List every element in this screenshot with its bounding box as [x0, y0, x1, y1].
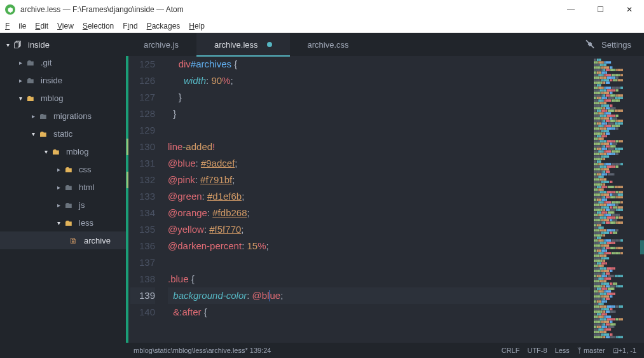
- line-gutter[interactable]: 1251261271281291301311321331341351361371…: [128, 56, 161, 343]
- app-icon: ⬢: [5, 4, 15, 15]
- line-number[interactable]: 128: [130, 106, 155, 122]
- folder-icon: 🖿: [50, 147, 61, 156]
- line-number[interactable]: 133: [130, 188, 155, 205]
- code-line[interactable]: @green: #d1ef6b;: [168, 188, 590, 205]
- status-language[interactable]: Less: [555, 347, 570, 354]
- line-number[interactable]: 135: [130, 221, 155, 238]
- code-line[interactable]: @pink: #f791bf;: [168, 172, 590, 188]
- status-diff[interactable]: ⊡+1, -1: [613, 347, 636, 355]
- menu-packages[interactable]: Packages: [147, 22, 181, 31]
- tab-archive-js[interactable]: archive.js: [126, 33, 196, 56]
- code-line[interactable]: [168, 254, 590, 271]
- status-encoding[interactable]: UTF-8: [527, 347, 547, 354]
- folder-icon: 🖿: [37, 111, 48, 121]
- menu-find[interactable]: Find: [123, 22, 137, 31]
- menu-file[interactable]: File: [5, 22, 26, 31]
- status-eol[interactable]: CRLF: [502, 347, 520, 354]
- code-line[interactable]: width: 90%;: [168, 72, 590, 89]
- tree-item-js[interactable]: ▸🖿js: [0, 196, 126, 214]
- tab-archive-less[interactable]: archive.less: [196, 33, 290, 56]
- menu-selection[interactable]: Selection: [83, 22, 114, 31]
- line-number[interactable]: 136: [130, 238, 155, 254]
- window-titlebar: ⬢ archive.less — F:\Frames\django\inside…: [0, 0, 644, 19]
- line-number[interactable]: 138: [130, 271, 155, 287]
- tab-archive-css[interactable]: archive.css: [290, 33, 367, 56]
- tree-item-.git[interactable]: ▸🖿.git: [0, 53, 126, 71]
- status-path[interactable]: mblog\static\mblog\less\archive.less* 13…: [134, 347, 271, 354]
- folder-icon: 🖿: [62, 165, 74, 174]
- tree-root-label: inside: [28, 40, 50, 50]
- code-line[interactable]: .blue {: [168, 271, 590, 287]
- line-number[interactable]: 126: [130, 72, 155, 89]
- line-number[interactable]: 139: [130, 287, 155, 304]
- code-line[interactable]: div#archives {: [168, 56, 590, 72]
- tree-item-label: mblog: [41, 93, 63, 103]
- editor-tabs: archive.jsarchive.lessarchive.css Settin…: [126, 33, 644, 56]
- status-branch[interactable]: ᛘ master: [577, 347, 605, 354]
- line-number[interactable]: 130: [130, 139, 155, 155]
- tree-item-inside[interactable]: ▸🖿inside: [0, 71, 126, 89]
- settings-label: Settings: [601, 40, 631, 50]
- folder-icon: 🖿: [62, 218, 74, 228]
- code-line[interactable]: @yellow: #f5f770;: [168, 221, 590, 238]
- tree-item-migrations[interactable]: ▸🖿migrations: [0, 107, 126, 125]
- window-close[interactable]: ✕: [615, 0, 644, 19]
- code-text[interactable]: div#archives { width: 90%; } }line-added…: [161, 56, 590, 343]
- code-line[interactable]: }: [168, 106, 590, 122]
- folder-icon: 🖿: [24, 76, 36, 85]
- folder-icon: 🖿: [62, 182, 74, 192]
- tree-item-mblog[interactable]: ▾🖿mblog: [0, 89, 126, 107]
- code-line[interactable]: [168, 122, 590, 139]
- menu-view[interactable]: View: [57, 22, 74, 31]
- line-number[interactable]: 129: [130, 122, 155, 139]
- tab-label: archive.css: [308, 40, 349, 50]
- file-icon: 🗎: [67, 236, 79, 245]
- project-tree[interactable]: ▾🗍 inside ▸🖿.git▸🖿inside▾🖿mblog▸🖿migrati…: [0, 33, 126, 358]
- line-number[interactable]: 140: [130, 304, 155, 320]
- status-bar: mblog\static\mblog\less\archive.less* 13…: [126, 343, 644, 358]
- code-line[interactable]: @orange: #fdb268;: [168, 205, 590, 221]
- line-number[interactable]: 131: [130, 155, 155, 172]
- tab-settings[interactable]: Settings: [572, 33, 644, 56]
- tree-item-html[interactable]: ▸🖿html: [0, 178, 126, 196]
- tree-item-label: .git: [41, 58, 51, 67]
- folder-icon: 🖿: [62, 200, 74, 210]
- code-line[interactable]: background-color: @blue;: [168, 287, 590, 304]
- tree-item-static[interactable]: ▾🖿static: [0, 125, 126, 142]
- folder-icon: 🖿: [24, 58, 36, 67]
- minimap[interactable]: ██ ███ ███ ████ █████ ████ █████ █████ █…: [590, 56, 644, 343]
- line-number[interactable]: 134: [130, 205, 155, 221]
- code-line[interactable]: }: [168, 89, 590, 106]
- tree-item-archive[interactable]: 🗎archive: [0, 231, 126, 249]
- tree-item-css[interactable]: ▸🖿css: [0, 160, 126, 178]
- code-line[interactable]: @darken-percent: 15%;: [168, 238, 590, 254]
- tree-item-label: inside: [41, 76, 62, 85]
- folder-icon: 🖿: [37, 129, 48, 139]
- window-title: archive.less — F:\Frames\django\inside —…: [20, 5, 184, 14]
- menu-help[interactable]: Help: [189, 22, 205, 31]
- window-maximize[interactable]: ☐: [586, 0, 615, 19]
- tree-root[interactable]: ▾🗍 inside: [0, 36, 126, 53]
- code-line[interactable]: &:after {: [168, 304, 590, 320]
- tools-icon: [585, 39, 595, 50]
- tree-item-mblog[interactable]: ▾🖿mblog: [0, 142, 126, 160]
- code-line[interactable]: line-added!: [168, 139, 590, 155]
- line-number[interactable]: 132: [130, 172, 155, 188]
- line-number[interactable]: 127: [130, 89, 155, 106]
- tree-item-less[interactable]: ▾🖿less: [0, 214, 126, 231]
- menu-bar: File Edit View Selection Find Packages H…: [0, 19, 644, 33]
- tree-item-label: less: [79, 218, 93, 228]
- tab-label: archive.js: [144, 40, 179, 50]
- tree-item-label: archive: [84, 236, 111, 245]
- tree-item-label: migrations: [53, 111, 92, 121]
- code-line[interactable]: @blue: #9adcef;: [168, 155, 590, 172]
- tree-item-label: static: [53, 129, 72, 139]
- menu-edit[interactable]: Edit: [35, 22, 48, 31]
- line-number[interactable]: 137: [130, 254, 155, 271]
- code-editor[interactable]: 1251261271281291301311321331341351361371…: [126, 56, 644, 343]
- modified-dot-icon: [267, 42, 272, 47]
- window-minimize[interactable]: —: [556, 0, 586, 19]
- tree-item-label: html: [79, 182, 95, 192]
- line-number[interactable]: 125: [130, 56, 155, 72]
- tree-item-label: css: [79, 165, 92, 174]
